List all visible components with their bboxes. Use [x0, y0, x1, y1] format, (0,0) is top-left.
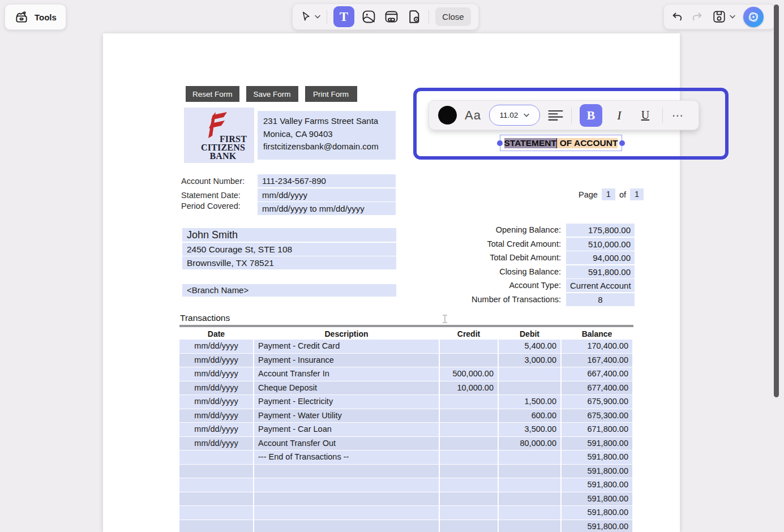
table-cell-field[interactable]: 167,400.00	[562, 354, 632, 367]
font-family-button[interactable]: Aa	[465, 108, 481, 123]
page-location-tool-button[interactable]	[406, 8, 422, 25]
tools-button[interactable]: Tools	[5, 4, 66, 30]
bank-address-field[interactable]: 231 Valley Farms Street Santa Monica, CA…	[258, 111, 396, 160]
period-covered-field[interactable]: mm/dd/yyyy to mm/dd/yyyy	[258, 202, 396, 215]
text-color-swatch[interactable]	[438, 106, 457, 125]
document-title-editbox[interactable]: STATEMENT OF ACCOUNT	[500, 135, 622, 151]
table-cell-field[interactable]	[179, 506, 253, 520]
table-cell-field[interactable]: mm/dd/yyyy	[179, 423, 253, 436]
image-tool-button[interactable]	[361, 8, 377, 25]
table-cell-field[interactable]: 600.00	[499, 409, 560, 423]
table-cell-field[interactable]: 591,800.00	[562, 520, 632, 532]
table-cell-field[interactable]: 675,900.00	[562, 395, 632, 409]
table-cell-field[interactable]: 5,400.00	[499, 340, 560, 353]
table-cell-field[interactable]: 500,000.00	[440, 367, 498, 381]
table-cell-field[interactable]: mm/dd/yyyy	[179, 340, 253, 353]
table-cell-field[interactable]: 170,400.00	[562, 340, 632, 353]
summary-value-field[interactable]: 591,800.00	[566, 265, 635, 278]
table-cell-field[interactable]	[440, 506, 498, 520]
table-cell-field[interactable]: Payment - Insurance	[254, 354, 439, 367]
table-cell-field[interactable]	[499, 492, 560, 506]
underline-button[interactable]: U	[636, 104, 654, 127]
table-cell-field[interactable]: mm/dd/yyyy	[179, 381, 253, 395]
table-cell-field[interactable]	[440, 423, 498, 436]
table-cell-field[interactable]: Payment - Electricity	[254, 395, 439, 409]
table-cell-field[interactable]	[179, 492, 253, 506]
table-cell-field[interactable]	[440, 354, 498, 367]
table-cell-field[interactable]: Cheque Deposit	[254, 381, 439, 395]
table-cell-field[interactable]	[179, 520, 253, 532]
summary-value-field[interactable]: 510,000.00	[566, 238, 635, 251]
resize-handle-left[interactable]	[497, 140, 503, 146]
table-cell-field[interactable]: 591,800.00	[562, 437, 632, 451]
table-cell-field[interactable]	[440, 451, 498, 464]
summary-value-field[interactable]: 8	[566, 293, 635, 306]
table-cell-field[interactable]: 591,800.00	[562, 492, 632, 506]
table-cell-field[interactable]	[440, 465, 498, 478]
table-cell-field[interactable]: 591,800.00	[562, 451, 632, 464]
table-cell-field[interactable]: 591,800.00	[562, 465, 632, 478]
align-button[interactable]	[548, 109, 563, 122]
table-cell-field[interactable]	[179, 478, 253, 492]
table-cell-field[interactable]: 3,500.00	[499, 423, 560, 436]
table-cell-field[interactable]	[440, 340, 498, 353]
account-number-field[interactable]: 111-234-567-890	[258, 174, 396, 187]
ai-assistant-button[interactable]	[743, 7, 764, 27]
more-options-button[interactable]: ⋯	[671, 109, 684, 122]
page-current-field[interactable]: 1	[602, 188, 615, 200]
table-cell-field[interactable]: 80,000.00	[499, 437, 560, 451]
table-cell-field[interactable]	[254, 465, 439, 478]
table-cell-field[interactable]	[499, 451, 560, 464]
table-cell-field[interactable]	[440, 395, 498, 409]
table-cell-field[interactable]	[179, 465, 253, 478]
table-cell-field[interactable]: 667,400.00	[562, 367, 632, 381]
table-cell-field[interactable]	[254, 478, 439, 492]
table-cell-field[interactable]: Payment - Water Utility	[254, 409, 439, 423]
summary-value-field[interactable]: 175,800.00	[566, 224, 635, 237]
table-cell-field[interactable]: 10,000.00	[440, 381, 498, 395]
table-cell-field[interactable]	[254, 506, 439, 520]
reset-form-button[interactable]: Reset Form	[186, 86, 239, 102]
print-form-button[interactable]: Print Form	[305, 86, 357, 102]
link-tool-button[interactable]	[383, 8, 400, 25]
vertical-scrollbar[interactable]	[774, 5, 779, 397]
table-cell-field[interactable]: 591,800.00	[562, 506, 632, 520]
table-cell-field[interactable]	[440, 478, 498, 492]
page-total-field[interactable]: 1	[630, 188, 644, 200]
summary-value-field[interactable]: Current Account	[566, 279, 635, 292]
table-cell-field[interactable]: 675,300.00	[562, 409, 632, 423]
table-cell-field[interactable]	[254, 492, 439, 506]
table-cell-field[interactable]	[499, 465, 560, 478]
table-cell-field[interactable]: mm/dd/yyyy	[179, 395, 253, 409]
table-cell-field[interactable]: --- End of Transactions --	[254, 451, 439, 464]
table-cell-field[interactable]: 677,400.00	[562, 381, 632, 395]
table-cell-field[interactable]: Payment - Credit Card	[254, 340, 439, 353]
table-cell-field[interactable]	[440, 492, 498, 506]
font-size-select[interactable]: 11.02	[489, 105, 540, 126]
table-cell-field[interactable]	[499, 520, 560, 532]
table-cell-field[interactable]	[179, 451, 253, 464]
table-cell-field[interactable]	[499, 381, 560, 395]
table-cell-field[interactable]: Account Transfer Out	[254, 437, 439, 451]
table-cell-field[interactable]	[440, 409, 498, 423]
table-cell-field[interactable]: mm/dd/yyyy	[179, 409, 253, 423]
table-cell-field[interactable]	[499, 367, 560, 381]
table-cell-field[interactable]: mm/dd/yyyy	[179, 367, 253, 381]
table-cell-field[interactable]	[440, 520, 498, 532]
save-form-button[interactable]: Save Form	[246, 86, 298, 102]
bold-button[interactable]: B	[580, 104, 602, 127]
select-tool-button[interactable]	[300, 11, 320, 23]
statement-date-field[interactable]: mm/dd/yyyy	[258, 188, 396, 201]
table-cell-field[interactable]: Account Transfer In	[254, 367, 439, 381]
redo-button[interactable]	[691, 11, 704, 23]
undo-button[interactable]	[671, 11, 683, 23]
table-cell-field[interactable]	[440, 437, 498, 451]
table-cell-field[interactable]: Payment - Car Loan	[254, 423, 439, 436]
summary-value-field[interactable]: 94,000.00	[566, 251, 635, 264]
table-cell-field[interactable]: 671,800.00	[562, 423, 632, 436]
text-tool-button[interactable]: T	[333, 6, 354, 27]
table-cell-field[interactable]	[499, 478, 560, 492]
table-cell-field[interactable]: mm/dd/yyyy	[179, 437, 253, 451]
save-button[interactable]	[712, 9, 735, 24]
italic-button[interactable]: I	[610, 104, 628, 127]
